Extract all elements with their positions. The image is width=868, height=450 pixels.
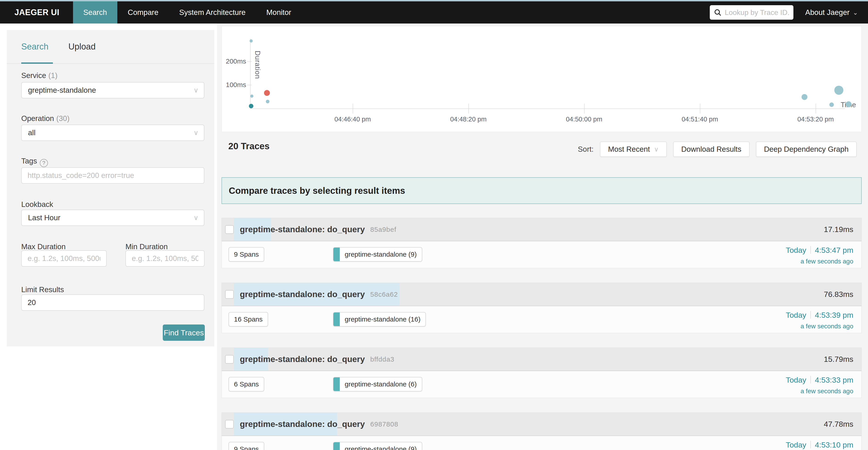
chevron-down-icon: ∨ [193,125,198,141]
trace-select-checkbox[interactable] [225,355,234,364]
results-toolbar: Sort: Most Recent ∨ Download Results Dee… [578,142,857,157]
duration-scatter-plot: Duration Time 200ms100ms04:46:40 pm04:48… [221,26,862,132]
operation-value: all [28,128,35,137]
y-axis-title: Duration [253,51,261,79]
deep-dependency-graph-button[interactable]: Deep Dependency Graph [756,142,857,157]
trace-relative-time: a few seconds ago [786,388,853,395]
trace-title[interactable]: greptime-standalone: do_query [240,355,365,364]
trace-scatter-dot[interactable] [250,94,253,98]
sidebar-tab-search[interactable]: Search [21,42,49,52]
brand-title[interactable]: JAEGER UI [0,1,73,24]
trace-id: 6987808 [370,420,398,428]
trace-result-row[interactable]: greptime-standalone: do_query 85a9bef 17… [221,218,862,268]
trace-time: 4:53:47 pm [815,246,853,254]
operation-select[interactable]: all ∨ [21,125,204,141]
trace-title[interactable]: greptime-standalone: do_query [240,419,365,429]
nav-item-search[interactable]: Search [73,1,118,24]
chevron-down-icon: ∨ [193,210,198,226]
trace-result-row[interactable]: greptime-standalone: do_query bffdda3 15… [221,348,862,398]
x-tick-label: 04:50:00 pm [557,116,611,123]
trace-row-header[interactable]: greptime-standalone: do_query 58c6a62 76… [222,283,862,306]
trace-result-list: greptime-standalone: do_query 85a9bef 17… [221,218,862,450]
tags-input[interactable] [21,167,204,184]
service-tag-label: greptime-standalone (9) [340,250,422,258]
y-tick-label: 200ms [222,57,246,65]
timestamp-divider [810,311,811,319]
service-color-swatch [333,378,340,391]
trace-timestamp: Today4:53:39 pm [786,311,853,320]
trace-scatter-dot[interactable] [829,102,834,107]
jaeger-search-page: JAEGER UI Search Compare System Architec… [0,0,868,450]
trace-scatter-dot[interactable] [250,39,253,42]
x-tick-mark [584,103,585,114]
lookback-value: Last Hour [28,213,60,222]
download-results-button[interactable]: Download Results [673,142,749,157]
lookback-select[interactable]: Last Hour ∨ [21,210,204,226]
trace-scatter-dot[interactable] [249,104,253,108]
trace-row-body: 9 Spans greptime-standalone (9) Today4:5… [222,241,862,268]
trace-result-row[interactable]: greptime-standalone: do_query 58c6a62 76… [221,283,862,333]
trace-row-body: 16 Spans greptime-standalone (16) Today4… [222,306,862,333]
service-tag-label: greptime-standalone (6) [340,380,422,388]
service-select[interactable]: greptime-standalone ∨ [21,82,204,98]
nav-item-compare[interactable]: Compare [117,1,169,24]
max-duration-label: Max Duration [21,242,66,251]
trace-lookup-input[interactable] [725,8,789,17]
trace-relative-time: a few seconds ago [786,258,853,265]
service-label: Service(1) [21,71,57,80]
trace-select-checkbox[interactable] [225,420,234,428]
service-tag-pill: greptime-standalone (6) [333,377,422,391]
trace-date: Today [786,246,806,254]
nav-item-system-architecture[interactable]: System Architecture [169,1,256,24]
nav-item-monitor[interactable]: Monitor [256,1,302,24]
service-tag-pill: greptime-standalone (9) [333,247,422,262]
trace-relative-time: a few seconds ago [786,323,853,330]
search-sidebar: Search Upload Service(1) greptime-standa… [7,30,214,347]
trace-select-checkbox[interactable] [225,225,234,234]
trace-select-checkbox[interactable] [225,290,234,299]
about-jaeger-label: About Jaeger [805,8,849,17]
trace-title[interactable]: greptime-standalone: do_query [240,290,365,299]
min-duration-label: Min Duration [125,242,168,251]
trace-timestamp: Today4:53:47 pm [786,246,853,254]
service-value: greptime-standalone [28,86,96,94]
service-tag-label: greptime-standalone (9) [340,445,422,450]
tags-label: Tags? [21,157,48,167]
min-duration-input[interactable] [125,250,205,267]
sort-value: Most Recent [608,145,650,154]
trace-scatter-dot[interactable] [846,101,851,107]
trace-scatter-dot[interactable] [266,100,270,103]
top-nav: JAEGER UI Search Compare System Architec… [0,1,868,24]
limit-results-input[interactable] [21,294,204,311]
span-count-pill: 9 Spans [228,442,264,450]
trace-row-header[interactable]: greptime-standalone: do_query 85a9bef 17… [222,218,862,241]
about-jaeger-menu[interactable]: About Jaeger ⌄ [805,8,858,17]
trace-time: 4:53:39 pm [815,311,853,319]
trace-timestamp: Today4:53:33 pm [786,376,853,384]
sort-label: Sort: [578,145,594,154]
trace-scatter-dot[interactable] [802,94,807,100]
y-tick-mark [247,61,252,62]
trace-id: 58c6a62 [370,291,398,298]
max-duration-input[interactable] [21,250,107,267]
x-tick-mark [352,103,353,114]
trace-date: Today [786,441,806,449]
trace-duration: 15.79ms [824,348,853,371]
trace-date: Today [786,311,806,319]
trace-row-header[interactable]: greptime-standalone: do_query bffdda3 15… [222,348,862,371]
trace-row-header[interactable]: greptime-standalone: do_query 6987808 47… [222,413,862,436]
span-count-pill: 6 Spans [228,377,264,391]
sidebar-tab-upload[interactable]: Upload [68,42,95,52]
sort-select[interactable]: Most Recent ∨ [600,142,667,157]
trace-timestamp: Today4:53:10 pm [786,441,853,449]
trace-result-row[interactable]: greptime-standalone: do_query 6987808 47… [221,413,862,450]
find-traces-button[interactable]: Find Traces [163,325,205,341]
trace-title[interactable]: greptime-standalone: do_query [240,225,365,234]
trace-scatter-dot[interactable] [834,86,843,95]
limit-results-label: Limit Results [21,286,64,294]
service-tag-pill: greptime-standalone (9) [333,442,422,450]
y-tick-label: 100ms [222,81,246,89]
trace-duration: 47.78ms [824,413,853,436]
trace-scatter-dot[interactable] [264,90,270,96]
help-icon[interactable]: ? [40,159,48,167]
